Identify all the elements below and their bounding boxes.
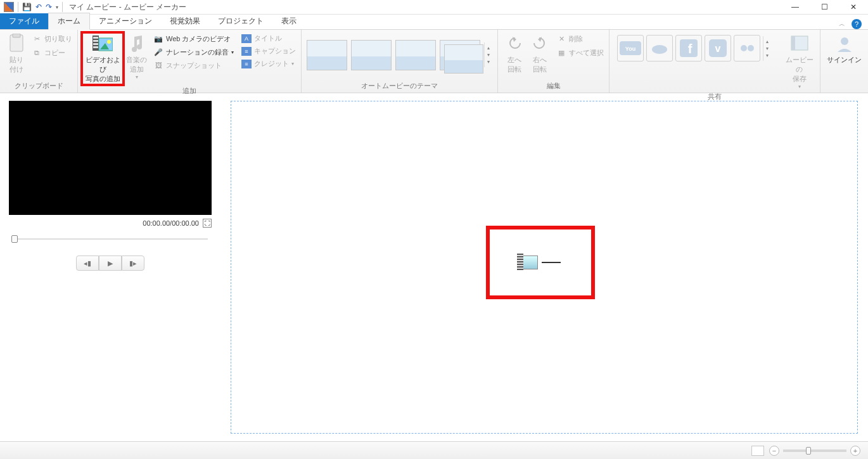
copy-icon: ⧉ [32,48,42,58]
svg-point-19 [741,45,747,51]
preview-slider[interactable] [9,234,212,244]
zoom-out-button[interactable]: − [769,446,779,456]
svg-point-14 [652,45,667,54]
theme-thumb-1[interactable] [307,40,347,70]
svg-text:You: You [625,46,635,52]
caption-icon: ≡ [241,47,252,56]
add-video-photo-button[interactable]: ビデオおよび 写真の追加 [82,32,124,85]
svg-text:f: f [688,42,692,56]
svg-rect-22 [791,36,795,50]
qat-dropdown-icon[interactable]: ▾ [56,4,58,10]
webcam-button[interactable]: 📷Web カメラのビデオ [152,32,235,45]
theme-more-icon[interactable]: ▴▾▾ [484,42,492,67]
title-button[interactable]: Aタイトル [240,32,297,44]
svg-point-23 [841,37,848,45]
rotate-left-button[interactable]: 左へ 回転 [502,32,527,75]
svg-rect-3 [93,37,98,39]
ribbon-collapse-icon[interactable]: ︿ [839,20,845,29]
copy-button[interactable]: ⧉コピー [30,46,73,59]
tab-visual[interactable]: 視覚効果 [161,13,209,29]
group-label-edit: 編集 [498,80,609,93]
paste-icon [6,34,27,54]
save-movie-button[interactable]: ムービーの 保存▾ [782,32,816,91]
fullscreen-icon[interactable]: ⛶ [203,219,212,228]
preview-video[interactable] [9,101,212,215]
app-icon[interactable] [4,2,14,12]
narration-button[interactable]: 🎤ナレーションの録音 ▾ [152,46,235,58]
ribbon: 貼り 付け ✂切り取り ⧉コピー クリップボード ビデオおよび 写真の追加 音楽… [0,30,868,93]
tab-project[interactable]: プロジェクト [209,13,272,29]
save-icon[interactable]: 💾 [22,3,32,11]
content-area: 00:00.00/00:00.00 ⛶ ◂▮ ▶ ▮▸ [0,93,868,441]
tab-animation[interactable]: アニメーション [90,13,161,29]
zoom-slider[interactable] [783,449,846,452]
redo-icon[interactable]: ↷ [46,3,52,11]
cut-button[interactable]: ✂切り取り [30,32,73,45]
share-youtube-button[interactable]: You [617,35,644,61]
credit-button[interactable]: ≡クレジット ▾ [240,58,297,70]
add-music-button[interactable]: 音楽の 追加▾ [124,32,150,81]
signin-icon [834,34,855,54]
minimize-button[interactable]: — [781,0,810,15]
prev-frame-button[interactable]: ◂▮ [76,255,99,271]
group-label-clipboard: クリップボード [0,80,77,93]
rotate-right-button[interactable]: 右へ 回転 [527,32,552,75]
snapshot-icon: 🖼 [153,60,163,70]
window-controls: — ☐ ✕ [781,0,868,15]
caption-button[interactable]: ≡キャプション [240,45,297,57]
title-icon: A [241,34,252,43]
select-all-button[interactable]: ▦すべて選択 [555,46,605,59]
quick-access-toolbar: 💾 ↶ ↷ ▾ [0,2,67,12]
help-icon[interactable]: ? [852,19,862,29]
svg-text:v: v [715,43,721,54]
share-onedrive-button[interactable] [646,35,673,61]
preview-controls: ◂▮ ▶ ▮▸ [9,255,212,271]
group-automovie: ▴▾▾ オートムービーのテーマ [302,30,498,93]
webcam-icon: 📷 [153,34,163,44]
tab-home[interactable]: ホーム [48,13,90,30]
mic-icon: 🎤 [153,47,163,57]
credit-icon: ≡ [241,60,252,68]
theme-thumb-2[interactable] [351,40,392,70]
cut-icon: ✂ [32,34,42,44]
theme-thumb-4[interactable] [440,40,480,70]
snapshot-button[interactable]: 🖼スナップショット [152,59,235,72]
undo-icon[interactable]: ↶ [35,3,42,11]
tab-view[interactable]: 表示 [272,13,305,29]
share-vimeo-button[interactable]: v [705,35,731,61]
svg-rect-6 [93,46,98,48]
ribbon-tabs: ファイル ホーム アニメーション 視覚効果 プロジェクト 表示 ︿ ? [0,15,868,30]
preview-pane: 00:00.00/00:00.00 ⛶ ◂▮ ▶ ▮▸ [0,93,228,441]
save-movie-icon [789,34,810,54]
tab-file[interactable]: ファイル [0,13,48,29]
select-all-icon: ▦ [556,48,566,58]
svg-point-20 [748,45,754,51]
share-more-icon[interactable]: ▴▾▾ [763,36,771,61]
music-icon [127,34,147,54]
delete-icon: ✕ [556,34,566,44]
group-share: You f v ▴▾▾ ムービーの 保存▾ 共有 [610,30,820,93]
status-bar: − + [0,441,868,459]
svg-rect-5 [93,43,98,45]
add-video-photo-icon [93,34,113,54]
title-bar: 💾 ↶ ↷ ▾ マイ ムービー - ムービー メーカー — ☐ ✕ [0,0,868,15]
storyboard-dropzone[interactable] [231,101,858,434]
share-flickr-button[interactable] [734,35,760,61]
view-mode-button[interactable] [751,446,764,456]
close-button[interactable]: ✕ [839,0,868,15]
theme-thumb-3[interactable] [395,40,436,70]
zoom-in-button[interactable]: + [850,446,860,456]
paste-button[interactable]: 貼り 付け [4,32,29,75]
play-button[interactable]: ▶ [99,255,122,271]
delete-button[interactable]: ✕削除 [555,32,605,45]
share-facebook-button[interactable]: f [675,35,702,61]
svg-point-9 [107,40,111,44]
drop-hint[interactable] [490,230,591,295]
next-frame-button[interactable]: ▮▸ [122,255,144,271]
rotate-left-icon [504,34,525,54]
zoom-control: − + [769,446,860,456]
preview-time: 00:00.00/00:00.00 ⛶ [9,219,212,228]
svg-rect-4 [93,40,98,42]
signin-button[interactable]: サインイン [824,32,864,66]
maximize-button[interactable]: ☐ [810,0,839,15]
